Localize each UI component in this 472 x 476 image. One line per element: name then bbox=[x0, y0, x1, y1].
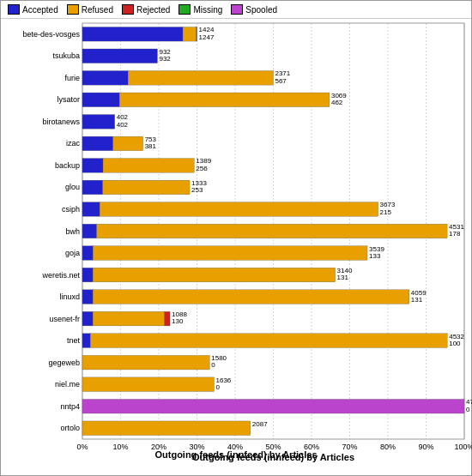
svg-text:goja: goja bbox=[65, 249, 80, 257]
svg-rect-58 bbox=[82, 180, 103, 195]
svg-text:70%: 70% bbox=[342, 443, 357, 451]
svg-rect-103 bbox=[82, 377, 214, 392]
svg-text:usenet-fr: usenet-fr bbox=[49, 315, 80, 323]
svg-rect-25 bbox=[183, 27, 197, 41]
svg-text:bwh: bwh bbox=[65, 227, 80, 236]
bar-chart: 0%10%20%30%40%50%60%70%80%90%100%bete-de… bbox=[1, 19, 472, 465]
svg-rect-84 bbox=[93, 290, 409, 304]
svg-text:90%: 90% bbox=[418, 443, 433, 451]
svg-rect-83 bbox=[82, 290, 93, 304]
svg-text:linuxd: linuxd bbox=[59, 292, 80, 301]
svg-rect-53 bbox=[82, 159, 103, 173]
svg-rect-54 bbox=[103, 159, 194, 173]
svg-rect-73 bbox=[82, 246, 93, 261]
legend-item: Refused bbox=[67, 4, 113, 15]
svg-rect-78 bbox=[82, 268, 93, 282]
svg-text:381: 381 bbox=[145, 142, 157, 150]
svg-text:130: 130 bbox=[172, 317, 184, 325]
svg-rect-64 bbox=[100, 202, 378, 217]
svg-text:niel.me: niel.me bbox=[55, 380, 80, 389]
svg-text:0: 0 bbox=[211, 361, 215, 369]
svg-text:izac: izac bbox=[66, 139, 81, 148]
svg-text:Outgoing feeds (innfeed) by Ar: Outgoing feeds (innfeed) by Articles bbox=[192, 452, 354, 462]
svg-text:256: 256 bbox=[196, 165, 208, 172]
svg-rect-90 bbox=[165, 311, 171, 326]
svg-text:50%: 50% bbox=[265, 443, 281, 451]
svg-rect-95 bbox=[90, 334, 447, 348]
svg-text:131: 131 bbox=[411, 296, 423, 304]
svg-text:birotanews: birotanews bbox=[42, 117, 80, 126]
svg-rect-94 bbox=[82, 334, 90, 348]
svg-text:253: 253 bbox=[191, 186, 203, 194]
svg-text:567: 567 bbox=[275, 77, 287, 85]
svg-text:tnet: tnet bbox=[67, 336, 81, 345]
svg-rect-63 bbox=[82, 202, 100, 217]
legend-item: Spooled bbox=[231, 4, 277, 15]
svg-text:tsukuba: tsukuba bbox=[52, 51, 80, 60]
svg-rect-107 bbox=[82, 399, 464, 413]
svg-rect-49 bbox=[113, 136, 143, 151]
svg-text:178: 178 bbox=[449, 230, 461, 238]
svg-text:0: 0 bbox=[215, 383, 220, 391]
svg-rect-35 bbox=[128, 71, 273, 86]
svg-rect-26 bbox=[197, 27, 197, 41]
svg-rect-88 bbox=[82, 311, 93, 326]
svg-text:bete-des-vosges: bete-des-vosges bbox=[22, 30, 80, 39]
svg-text:30%: 30% bbox=[189, 443, 204, 451]
svg-rect-79 bbox=[93, 268, 335, 282]
svg-text:133: 133 bbox=[369, 252, 381, 260]
svg-text:402: 402 bbox=[117, 121, 129, 129]
svg-text:131: 131 bbox=[337, 274, 349, 281]
svg-text:80%: 80% bbox=[380, 443, 396, 451]
svg-rect-48 bbox=[82, 136, 113, 151]
svg-text:ortolo: ortolo bbox=[60, 424, 80, 432]
svg-rect-74 bbox=[93, 246, 367, 261]
svg-text:csiph: csiph bbox=[62, 205, 80, 214]
svg-text:100: 100 bbox=[449, 340, 461, 347]
svg-text:0: 0 bbox=[466, 406, 470, 413]
svg-text:glou: glou bbox=[65, 183, 80, 191]
svg-text:nntp4: nntp4 bbox=[60, 402, 80, 411]
svg-rect-89 bbox=[93, 311, 164, 326]
svg-text:furie: furie bbox=[64, 74, 80, 82]
svg-text:0%: 0% bbox=[76, 443, 88, 451]
svg-rect-44 bbox=[82, 115, 115, 130]
svg-rect-69 bbox=[97, 224, 447, 238]
svg-rect-40 bbox=[119, 93, 330, 107]
legend-item: Accepted bbox=[8, 4, 58, 15]
svg-rect-68 bbox=[82, 224, 97, 238]
svg-text:20%: 20% bbox=[151, 443, 166, 451]
svg-text:2087: 2087 bbox=[252, 420, 268, 428]
svg-rect-24 bbox=[82, 27, 183, 41]
svg-rect-39 bbox=[82, 93, 119, 107]
legend-item: Missing bbox=[179, 4, 222, 15]
svg-rect-30 bbox=[82, 49, 157, 63]
svg-text:215: 215 bbox=[380, 208, 392, 216]
svg-text:60%: 60% bbox=[304, 443, 319, 451]
chart-container: AcceptedRefusedRejectedMissingSpooled 0%… bbox=[0, 0, 472, 476]
svg-text:1247: 1247 bbox=[199, 33, 215, 41]
svg-rect-99 bbox=[82, 355, 209, 370]
svg-text:100%: 100% bbox=[454, 443, 472, 451]
svg-text:932: 932 bbox=[159, 55, 171, 63]
svg-rect-59 bbox=[103, 180, 190, 195]
legend: AcceptedRefusedRejectedMissingSpooled bbox=[1, 1, 471, 19]
svg-text:462: 462 bbox=[331, 99, 343, 106]
svg-rect-34 bbox=[82, 71, 128, 86]
svg-text:weretis.net: weretis.net bbox=[41, 271, 80, 280]
svg-rect-111 bbox=[82, 421, 251, 436]
legend-item: Rejected bbox=[122, 4, 170, 15]
svg-text:lysator: lysator bbox=[57, 95, 80, 104]
svg-text:10%: 10% bbox=[112, 443, 128, 451]
svg-text:gegeweb: gegeweb bbox=[48, 359, 80, 367]
svg-text:backup: backup bbox=[55, 161, 80, 170]
svg-text:40%: 40% bbox=[227, 443, 243, 451]
